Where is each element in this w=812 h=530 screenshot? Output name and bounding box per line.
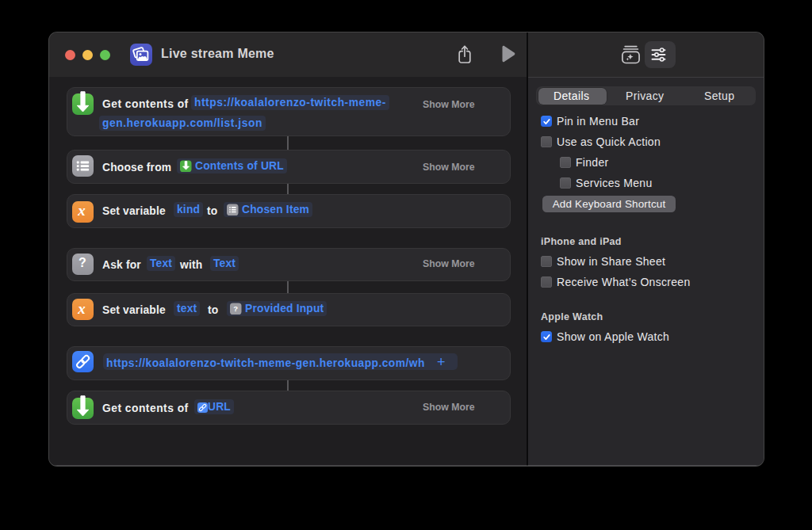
svg-text:?: ?: [233, 304, 238, 313]
